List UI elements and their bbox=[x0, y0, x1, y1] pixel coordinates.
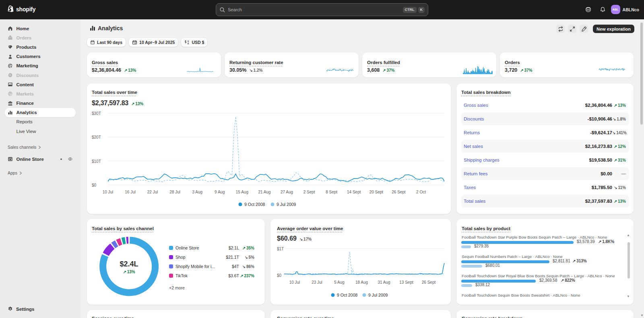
svg-text:$1T: $1T bbox=[277, 247, 284, 251]
svg-text:13 Sept: 13 Sept bbox=[399, 280, 413, 285]
svg-text:26 Sept: 26 Sept bbox=[422, 280, 436, 285]
svg-text:2 Oct: 2 Oct bbox=[416, 190, 426, 194]
svg-text:14 Sept: 14 Sept bbox=[347, 190, 361, 194]
svg-text:5 Aug: 5 Aug bbox=[334, 280, 345, 285]
svg-text:27 Aug: 27 Aug bbox=[281, 190, 293, 194]
svg-text:$0: $0 bbox=[277, 273, 282, 278]
svg-text:$30T: $30T bbox=[92, 111, 101, 116]
svg-text:9 Oct 2008: 9 Oct 2008 bbox=[244, 202, 265, 207]
svg-text:10 Jul: 10 Jul bbox=[289, 280, 300, 285]
svg-text:31 Aug: 31 Aug bbox=[378, 280, 390, 285]
svg-text:20 Sept: 20 Sept bbox=[369, 190, 384, 194]
svg-text:18 Aug: 18 Aug bbox=[355, 280, 368, 285]
svg-text:9 Jul 2009: 9 Jul 2009 bbox=[368, 293, 388, 297]
svg-text:$20T: $20T bbox=[92, 135, 101, 139]
svg-text:$0: $0 bbox=[92, 183, 97, 187]
svg-text:9 Jul 2009: 9 Jul 2009 bbox=[277, 202, 296, 207]
svg-text:8 Sept: 8 Sept bbox=[326, 190, 337, 194]
svg-text:16 Jul: 16 Jul bbox=[125, 190, 136, 194]
svg-text:23 Jul: 23 Jul bbox=[312, 280, 322, 285]
svg-text:10 Jul: 10 Jul bbox=[103, 190, 114, 194]
svg-text:22 Jul: 22 Jul bbox=[147, 190, 158, 194]
svg-text:28 Jul: 28 Jul bbox=[169, 190, 180, 194]
svg-text:21 Aug: 21 Aug bbox=[258, 190, 270, 194]
svg-text:15 Aug: 15 Aug bbox=[236, 190, 248, 194]
svg-text:$10T: $10T bbox=[92, 159, 101, 164]
svg-text:9 Oct 2008: 9 Oct 2008 bbox=[337, 293, 358, 297]
svg-text:3 Aug: 3 Aug bbox=[192, 190, 203, 194]
svg-text:2 Sept: 2 Sept bbox=[303, 190, 315, 194]
svg-text:26 Sept: 26 Sept bbox=[392, 190, 406, 194]
svg-text:9 Aug: 9 Aug bbox=[215, 190, 225, 194]
